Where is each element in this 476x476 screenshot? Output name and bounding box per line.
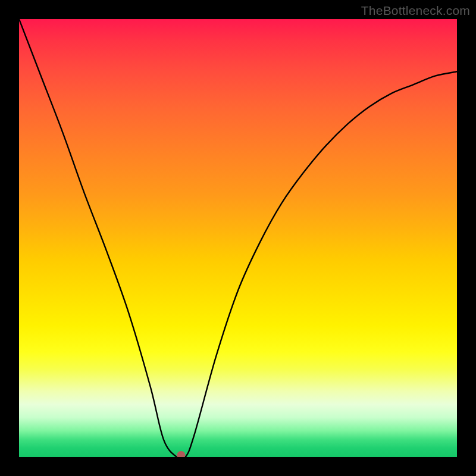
chart-frame: TheBottleneck.com [0, 0, 476, 476]
plot-area [19, 19, 457, 457]
optimum-marker [177, 451, 185, 457]
curve-svg [19, 19, 457, 457]
watermark-text: TheBottleneck.com [361, 4, 470, 18]
bottleneck-curve [19, 19, 457, 457]
